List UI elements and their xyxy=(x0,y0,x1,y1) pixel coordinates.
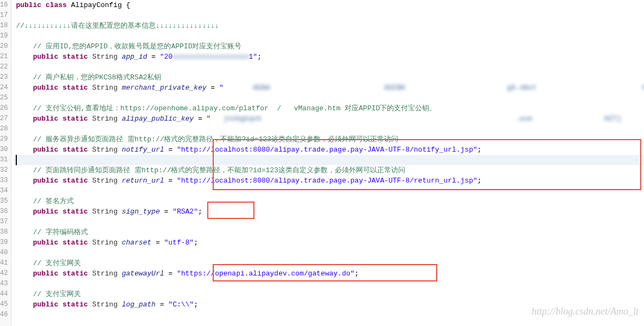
code-line[interactable]: // 支付宝公钥,查看地址：https://openhome.alipay.co… xyxy=(16,103,644,114)
line-number-gutter: 16 17 18 19 20 21 22 23 24 25 26 27 28 2… xyxy=(0,0,11,326)
keyword: static xyxy=(62,269,88,278)
field-name: charset xyxy=(122,239,152,247)
code-line[interactable]: // 字符编码格式 xyxy=(16,227,644,237)
type: String xyxy=(92,208,118,216)
comment: // 页面跳转同步通知页面路径 需http://格式的完整路径，不能加?id=1… xyxy=(33,166,405,174)
line-number: 41 xyxy=(0,258,8,268)
keyword: static xyxy=(62,177,88,185)
keyword: public xyxy=(33,146,59,154)
keyword: class xyxy=(46,1,67,9)
code-line[interactable] xyxy=(16,186,644,196)
line-number: 31 xyxy=(0,155,8,165)
code-line[interactable]: // 应用ID,您的APPID，收款账号既是您的APPID对应支付宝账号 xyxy=(16,41,644,52)
code-line[interactable]: // 服务器异步通知页面路径 需http://格式的完整路径，不能加?id=12… xyxy=(16,134,644,145)
keyword: public xyxy=(33,84,59,92)
redacted-text: jnnbgkqnk .ase HZ7j xyxy=(211,115,621,123)
line-number: 35 xyxy=(0,196,8,206)
code-line[interactable] xyxy=(16,124,644,134)
type: String xyxy=(92,84,118,92)
string-literal: "https://openapi.alipaydev.com/gateway.d… xyxy=(177,269,355,278)
code-line[interactable] xyxy=(16,62,644,72)
code-line[interactable] xyxy=(16,217,644,227)
line-number: 20 xyxy=(0,41,8,52)
semicolon: ; xyxy=(257,53,262,61)
type: String xyxy=(92,115,118,123)
code-line[interactable]: public static String gatewayUrl = "https… xyxy=(16,268,644,279)
equals: = xyxy=(151,239,164,247)
code-line[interactable]: //↓↓↓↓↓↓↓↓↓↓↓请在这里配置您的基本信息↓↓↓↓↓↓↓↓↓↓↓↓↓↓↓ xyxy=(16,21,644,31)
code-line[interactable]: public class AlipayConfig { xyxy=(16,0,644,10)
semicolon: ; xyxy=(194,239,198,247)
string-literal: "http://localhost:8080/alipay.trade.page… xyxy=(177,146,477,154)
code-line[interactable]: public static String log_path = "C:\\"; xyxy=(16,299,644,310)
code-line-active[interactable] xyxy=(16,155,644,165)
code-line[interactable] xyxy=(16,248,644,258)
equals: = xyxy=(164,177,177,185)
line-number: 29 xyxy=(0,134,8,145)
code-line[interactable]: public static String app_id = "20xxxxxxx… xyxy=(16,52,644,62)
semicolon: ; xyxy=(477,146,482,154)
keyword: static xyxy=(62,115,88,123)
comment: // 支付宝网关 xyxy=(33,290,81,298)
semicolon: ; xyxy=(477,177,482,185)
line-number: 38 xyxy=(0,227,8,237)
keyword: static xyxy=(62,53,88,61)
line-number: 26 xyxy=(0,103,8,114)
string-literal: "utf-8" xyxy=(164,239,194,247)
code-line[interactable] xyxy=(16,279,644,289)
line-number: 44 xyxy=(0,289,8,299)
redacted-text: xxxxxxxxxxxxxxxxxx xyxy=(173,53,248,61)
keyword: public xyxy=(16,1,41,9)
code-line[interactable]: public static String sign_type = "RSA2"; xyxy=(16,206,644,217)
string-literal: " xyxy=(219,84,224,92)
code-line[interactable] xyxy=(16,31,644,41)
code-line[interactable]: // 支付宝网关 xyxy=(16,258,644,268)
keyword: public xyxy=(33,239,59,247)
line-number: 37 xyxy=(0,217,8,227)
comment: //↓↓↓↓↓↓↓↓↓↓↓请在这里配置您的基本信息↓↓↓↓↓↓↓↓↓↓↓↓↓↓↓ xyxy=(16,22,219,30)
code-line[interactable]: public static String merchant_private_ke… xyxy=(16,83,644,93)
type: String xyxy=(92,146,118,154)
code-line[interactable] xyxy=(16,93,644,103)
equals: = xyxy=(160,208,173,216)
code-area[interactable]: public class AlipayConfig { //↓↓↓↓↓↓↓↓↓↓… xyxy=(11,0,644,326)
line-number: 22 xyxy=(0,62,8,72)
keyword: public xyxy=(33,115,59,123)
keyword: static xyxy=(62,84,88,92)
string-literal: 1" xyxy=(249,53,258,61)
code-line[interactable]: public static String return_url = "http:… xyxy=(16,175,644,186)
code-line[interactable] xyxy=(16,310,644,320)
field-name: sign_type xyxy=(122,208,160,216)
line-number: 43 xyxy=(0,279,8,289)
field-name: app_id xyxy=(122,53,148,61)
string-literal: "C:\\" xyxy=(168,300,194,309)
code-line[interactable]: // 签名方式 xyxy=(16,196,644,206)
line-number: 42 xyxy=(0,268,8,279)
line-number: 21 xyxy=(0,52,8,62)
code-line[interactable] xyxy=(16,10,644,21)
field-name: log_path xyxy=(122,300,156,309)
code-line[interactable]: // 商户私钥，您的PKCS8格式RSA2私钥 xyxy=(16,72,644,83)
line-number: 27 xyxy=(0,114,8,124)
code-line[interactable]: // 页面跳转同步通知页面路径 需http://格式的完整路径，不能加?id=1… xyxy=(16,165,644,175)
code-line[interactable]: public static String notify_url = "http:… xyxy=(16,145,644,155)
type: String xyxy=(92,177,118,185)
type: String xyxy=(92,239,118,247)
equals: = xyxy=(194,115,206,123)
field-name: merchant_private_key xyxy=(122,84,207,92)
type: String xyxy=(92,269,118,278)
field-name: notify_url xyxy=(122,146,164,154)
keyword: static xyxy=(62,146,88,154)
semicolon: ; xyxy=(355,269,359,278)
comment: // 商户私钥，您的PKCS8格式RSA2私钥 xyxy=(33,73,162,82)
comment: // 字符编码格式 xyxy=(33,228,88,236)
keyword: public xyxy=(33,269,59,278)
code-line[interactable]: public static String charset = "utf-8"; xyxy=(16,237,644,248)
comment: // 服务器异步通知页面路径 需http://格式的完整路径，不能加?id=12… xyxy=(33,135,398,143)
field-name: gatewayUrl xyxy=(122,269,164,278)
code-line[interactable]: public static String alipay_public_key =… xyxy=(16,114,644,124)
keyword: static xyxy=(62,300,88,309)
code-editor[interactable]: 16 17 18 19 20 21 22 23 24 25 26 27 28 2… xyxy=(0,0,644,326)
line-number: 45 xyxy=(0,299,8,310)
code-line[interactable]: // 支付宝网关 xyxy=(16,289,644,299)
